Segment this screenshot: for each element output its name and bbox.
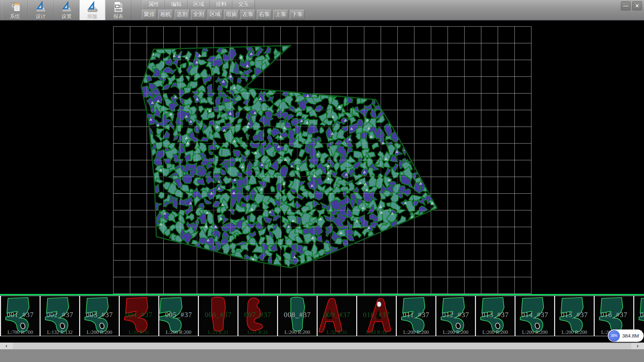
- piece-shape-preview: [80, 296, 119, 336]
- scroll-right-arrow-icon[interactable]: ›: [631, 343, 644, 349]
- btn-camera[interactable]: 相机: [158, 10, 173, 19]
- report-document-icon: [112, 1, 125, 13]
- piece-shape-preview: [199, 296, 237, 336]
- piece-shape-preview: [120, 296, 158, 336]
- piece-shape-preview: [278, 296, 317, 336]
- btn-align-top[interactable]: 上靠: [273, 10, 288, 19]
- piece-thumbnail-006[interactable]: 006_#37L:21 R:21: [199, 296, 237, 336]
- toolbar-item-settings[interactable]: 设置: [54, 0, 79, 20]
- btn-align-right[interactable]: 右靠: [257, 10, 272, 19]
- piece-thumbnail-014[interactable]: 014_#37L:200 R:200: [516, 296, 554, 336]
- scroll-left-arrow-icon[interactable]: ‹: [0, 343, 13, 349]
- piece-thumbnail-001[interactable]: 001_#37L:700 R:700: [1, 296, 40, 336]
- piece-thumbnail-015[interactable]: 015_#37L:200 R:200: [555, 296, 594, 336]
- piece-shape-preview: [516, 296, 554, 336]
- piece-thumbnail-009[interactable]: 009_#37L:32 R:31: [318, 296, 356, 336]
- piece-thumbnail-strip: 001_#37L:700 R:700002_#37L:132 R:132003_…: [0, 296, 644, 336]
- horizontal-scrollbar[interactable]: ‹ ›: [0, 343, 644, 349]
- piece-thumbnail-013[interactable]: 013_#37L:200 R:200: [476, 296, 515, 336]
- window-controls: — ✕: [621, 1, 642, 10]
- system-gear-icon: [9, 1, 21, 13]
- piece-thumbnail-005[interactable]: 005_#37L:200 R:200: [159, 296, 198, 336]
- toolbar-item-layout[interactable]: 排版: [79, 0, 105, 20]
- main-toolbar: 系统设计设置排版报表: [2, 0, 131, 20]
- btn-select-cut[interactable]: 选割: [175, 10, 190, 19]
- close-button[interactable]: ✕: [632, 1, 642, 10]
- tab-region[interactable]: 区域: [187, 0, 210, 9]
- piece-shape-preview: [476, 296, 515, 336]
- piece-thumbnail-012[interactable]: 012_#37L:200 R:200: [436, 296, 475, 336]
- ribbon-tabs: 属性编辑区域排料交互: [143, 0, 255, 9]
- minimize-button[interactable]: —: [621, 1, 631, 10]
- piece-shape-preview: [397, 296, 435, 336]
- progress-badge: 38%: [608, 330, 620, 342]
- piece-shape-preview: [318, 296, 356, 336]
- tab-interact[interactable]: 交互: [232, 0, 255, 9]
- bottom-status-bar: [0, 349, 644, 362]
- tab-properties[interactable]: 属性: [143, 0, 165, 9]
- toolbar-item-label: 系统: [10, 13, 20, 19]
- piece-thumbnail-002[interactable]: 002_#37L:132 R:132: [41, 296, 79, 336]
- toolbar-item-system[interactable]: 系统: [2, 0, 28, 20]
- settings-setsquare-icon: [60, 1, 73, 13]
- btn-region[interactable]: 区域: [208, 10, 222, 19]
- piece-thumbnail-004[interactable]: 004_#37L:31 R:31: [120, 296, 158, 336]
- design-setsquare-icon: [35, 1, 47, 13]
- toolbar-item-design[interactable]: 设计: [28, 0, 54, 20]
- piece-shape-preview: [41, 296, 79, 336]
- tab-nest[interactable]: 排料: [210, 0, 232, 9]
- piece-thumbnail-003[interactable]: 003_#37L:200 R:200: [80, 296, 119, 336]
- tab-edit[interactable]: 编辑: [165, 0, 187, 9]
- toolbar-item-label: 报表: [113, 13, 123, 19]
- piece-shape-preview: [238, 296, 277, 336]
- ribbon-bar: 系统设计设置排版报表 属性编辑区域排料交互 聚排相机选割全割区域瑕疵左靠右靠上靠…: [0, 0, 644, 21]
- piece-shape-preview: [357, 296, 396, 336]
- piece-shape-preview: [1, 296, 40, 336]
- application-window: 系统设计设置排版报表 属性编辑区域排料交互 聚排相机选割全割区域瑕疵左靠右靠上靠…: [0, 0, 644, 362]
- btn-align-bottom[interactable]: 下靠: [290, 10, 305, 19]
- layout-setsquare-icon: [86, 1, 99, 13]
- ribbon-buttons: 聚排相机选割全割区域瑕疵左靠右靠上靠下靠: [142, 10, 305, 19]
- toolbar-item-label: 设计: [36, 13, 46, 19]
- btn-flaw[interactable]: 瑕疵: [224, 10, 239, 19]
- piece-shape-preview: [436, 296, 475, 336]
- toolbar-item-label: 设置: [62, 13, 72, 19]
- piece-shape-preview: [159, 296, 198, 336]
- piece-thumbnail-008[interactable]: 008_#37L:200 R:200: [278, 296, 317, 336]
- status-pill: 38% 384.8M: [608, 329, 644, 342]
- btn-align-left[interactable]: 左靠: [240, 10, 255, 19]
- piece-thumbnail-010[interactable]: 010_#37L:33 R:33: [357, 296, 396, 336]
- strip-separator-line: [0, 294, 644, 295]
- toolbar-item-label: 排版: [88, 13, 98, 19]
- piece-thumbnail-011[interactable]: 011_#37L:200 R:200: [397, 296, 435, 336]
- btn-cluster-nest[interactable]: 聚排: [142, 10, 157, 19]
- toolbar-item-report[interactable]: 报表: [105, 0, 131, 20]
- piece-thumbnail-007[interactable]: 007_#37L:31 R:31: [238, 296, 277, 336]
- memory-usage: 384.8M: [622, 333, 639, 339]
- btn-cut-all[interactable]: 全割: [191, 10, 206, 19]
- piece-shape-preview: [555, 296, 594, 336]
